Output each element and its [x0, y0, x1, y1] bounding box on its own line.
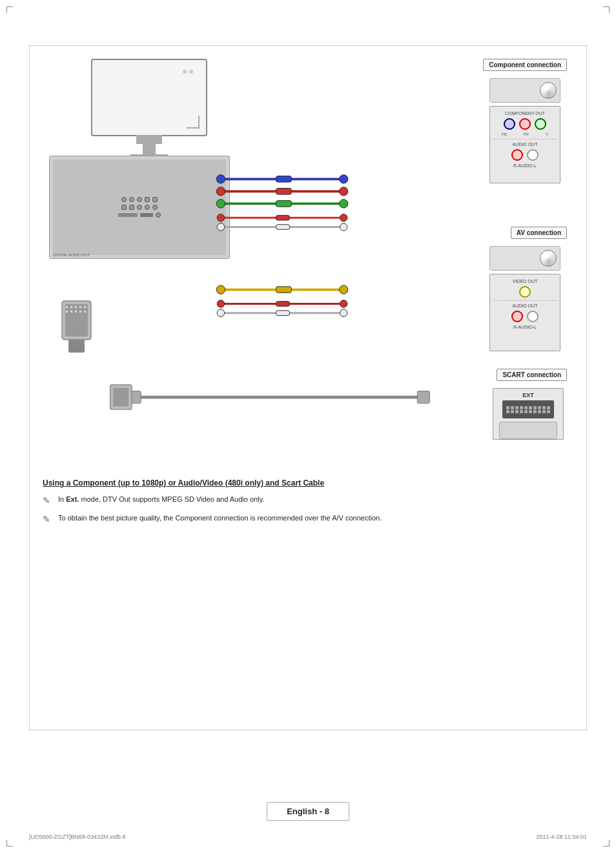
corner-mark-tr — [603, 6, 610, 13]
port-small-6 — [121, 205, 127, 210]
port-small-10 — [152, 205, 158, 210]
diagram-area: DIGITAL AUDIO OUT Component c — [43, 59, 573, 459]
tv-monitor-display — [91, 59, 207, 136]
svg-rect-9 — [70, 311, 72, 313]
main-content-box: DIGITAL AUDIO OUT Component c — [29, 45, 587, 730]
ext-pin-19 — [542, 410, 546, 413]
svg-point-31 — [340, 223, 347, 231]
svg-rect-11 — [79, 311, 81, 313]
corner-mark-bl — [6, 840, 13, 847]
svg-rect-7 — [84, 306, 86, 308]
svg-rect-6 — [79, 306, 81, 308]
ext-pin-12 — [511, 410, 514, 413]
port-small-3 — [137, 197, 142, 202]
component-port-sublabels: PBPRY — [493, 132, 557, 136]
svg-rect-16 — [276, 176, 292, 183]
av-video-port-row — [493, 286, 557, 298]
ext-label-text: EXT — [522, 392, 534, 398]
svg-rect-49 — [113, 388, 128, 407]
disc-icon-av — [540, 250, 557, 267]
svg-point-27 — [340, 214, 347, 221]
svg-rect-4 — [70, 306, 72, 308]
scart-connection-label: SCART connection — [497, 369, 567, 381]
port-small-5 — [152, 197, 158, 202]
ext-pin-8 — [538, 406, 541, 409]
svg-rect-20 — [276, 189, 292, 195]
component-port-row — [493, 118, 557, 130]
svg-rect-46 — [128, 391, 141, 404]
component-r-audio-l: R-AUDIO-L — [493, 163, 557, 168]
port-small-11 — [156, 212, 161, 218]
svg-point-39 — [340, 300, 347, 307]
note-text-2: To obtain the best picture quality, the … — [58, 513, 382, 524]
svg-point-34 — [216, 285, 225, 294]
svg-rect-47 — [417, 391, 429, 404]
svg-rect-8 — [66, 311, 68, 313]
svg-rect-3 — [66, 306, 68, 308]
ext-pin-20 — [547, 410, 550, 413]
ext-pin-3 — [515, 406, 518, 409]
page-badge: English - 8 — [267, 802, 349, 821]
av-connection-label: AV connection — [511, 227, 567, 239]
panel-inner — [53, 159, 226, 255]
vcr-device-scart — [499, 422, 557, 439]
svg-rect-28 — [276, 215, 290, 220]
component-port-pb — [504, 118, 515, 130]
ext-pin-6 — [529, 406, 532, 409]
component-connection-label: Component connection — [483, 59, 567, 71]
port-small-7 — [129, 205, 134, 210]
ext-pin-10 — [547, 406, 550, 409]
svg-point-38 — [217, 300, 224, 307]
svg-rect-44 — [276, 311, 290, 316]
svg-rect-32 — [276, 225, 290, 230]
svg-rect-36 — [276, 287, 292, 293]
note-icon-1: ✎ — [43, 494, 56, 508]
doc-info: [UD5000-ZGZT]BN68-03432M.indb 8 2011-4-2… — [29, 834, 587, 840]
component-port-y — [535, 118, 546, 130]
note-text-1: In Ext. mode, DTV Out supports MPEG SD V… — [58, 494, 264, 505]
svg-point-19 — [340, 187, 348, 196]
svg-rect-40 — [276, 302, 290, 307]
port-small-1 — [121, 197, 127, 202]
svg-point-15 — [340, 175, 348, 183]
svg-rect-2 — [68, 340, 85, 353]
doc-info-left: [UD5000-ZGZT]BN68-03432M.indb 8 — [29, 834, 126, 840]
corner-mark-tl — [6, 6, 13, 13]
disc-player-av — [489, 246, 560, 271]
svg-rect-12 — [84, 311, 86, 313]
svg-point-42 — [217, 309, 224, 316]
section-title: Using a Component (up to 1080p) or Audio… — [43, 478, 573, 488]
tv-back-panel: DIGITAL AUDIO OUT — [49, 156, 230, 259]
ext-pin-7 — [533, 406, 537, 409]
ext-pin-18 — [538, 410, 541, 413]
footer: English - 8 — [0, 802, 616, 821]
port-small-4 — [145, 197, 150, 202]
av-device-area: VIDEO OUT AUDIO OUT R-AUDIO-L — [489, 246, 567, 351]
ext-pin-16 — [529, 410, 532, 413]
port-small-9 — [145, 205, 150, 210]
ext-pin-15 — [524, 410, 528, 413]
component-device-area: COMPONENT OUT PBPRY AUDIO OUT R-AUDIO-L — [489, 78, 567, 183]
port-small-8 — [137, 205, 142, 210]
bottom-text-area: Using a Component (up to 1080p) or Audio… — [43, 472, 573, 538]
component-audio-left — [527, 149, 539, 161]
ext-port — [502, 400, 554, 418]
panel-usb-port — [140, 213, 153, 217]
panel-text-left: DIGITAL AUDIO OUT — [53, 253, 90, 257]
av-dotted-sep — [493, 300, 557, 301]
component-out-label: COMPONENT OUT — [493, 111, 557, 116]
component-audio-right — [511, 149, 523, 161]
note-icon-2: ✎ — [43, 513, 56, 526]
svg-point-35 — [340, 285, 348, 294]
ext-pin-13 — [515, 410, 518, 413]
note-line-1: ✎ In Ext. mode, DTV Out supports MPEG SD… — [43, 494, 573, 508]
svg-rect-48 — [110, 385, 132, 409]
ext-pin-9 — [542, 406, 546, 409]
component-port-box: COMPONENT OUT PBPRY AUDIO OUT R-AUDIO-L — [489, 106, 560, 183]
port-small-2 — [129, 197, 134, 202]
component-audio-out-label: AUDIO OUT — [493, 142, 557, 147]
corner-mark-br — [603, 840, 610, 847]
component-dotted-sep — [493, 139, 557, 139]
av-audio-out-label: AUDIO OUT — [493, 303, 557, 308]
svg-point-43 — [340, 309, 347, 316]
